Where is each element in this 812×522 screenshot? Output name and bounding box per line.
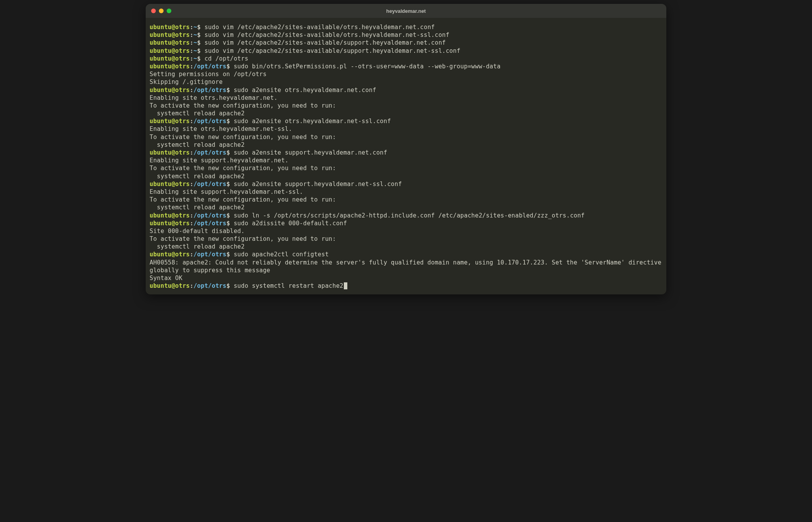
command-text: sudo bin/otrs.SetPermissions.pl --otrs-u… (233, 63, 500, 70)
command-text: sudo a2ensite support.heyvaldemar.net-ss… (233, 181, 402, 188)
prompt-path: /opt/otrs (193, 149, 227, 156)
terminal-output-line: systemctl reload apache2 (150, 204, 662, 211)
terminal-prompt-line: ubuntu@otrs:/opt/otrs$ sudo ln -s /opt/o… (150, 212, 662, 219)
prompt-symbol: $ (227, 87, 234, 94)
terminal-prompt-line: ubuntu@otrs:/opt/otrs$ sudo a2ensite otr… (150, 117, 662, 125)
output-text: systemctl reload apache2 (150, 141, 245, 148)
prompt-symbol: $ (227, 118, 234, 125)
command-text: cd /opt/otrs (204, 55, 248, 62)
prompt-symbol: $ (227, 251, 234, 258)
prompt-symbol: $ (227, 212, 234, 219)
traffic-lights (151, 9, 171, 13)
output-text: To activate the new configuration, you n… (150, 102, 336, 109)
terminal-output-line: To activate the new configuration, you n… (150, 196, 662, 204)
terminal-prompt-line: ubuntu@otrs:~$ sudo vim /etc/apache2/sit… (150, 47, 662, 55)
command-text: sudo systemctl restart apache2 (233, 282, 343, 289)
prompt-symbol: $ (227, 63, 234, 70)
prompt-path: ~ (193, 47, 197, 54)
titlebar: heyvaldemar.net (146, 4, 666, 18)
terminal-output-line: Site 000-default disabled. (150, 227, 662, 235)
output-text: systemctl reload apache2 (150, 204, 245, 211)
terminal-prompt-line: ubuntu@otrs:/opt/otrs$ sudo systemctl re… (150, 282, 662, 290)
prompt-symbol: $ (227, 220, 234, 227)
prompt-user: ubuntu@otrs (150, 118, 190, 125)
prompt-path: ~ (193, 31, 197, 38)
terminal-output-line: To activate the new configuration, you n… (150, 235, 662, 243)
command-text: sudo a2ensite otrs.heyvaldemar.net-ssl.c… (233, 118, 391, 125)
prompt-symbol: $ (227, 149, 234, 156)
prompt-path: /opt/otrs (193, 63, 227, 70)
terminal-prompt-line: ubuntu@otrs:~$ sudo vim /etc/apache2/sit… (150, 39, 662, 47)
prompt-path: /opt/otrs (193, 118, 227, 125)
command-text: sudo apache2ctl configtest (233, 251, 329, 258)
output-text: To activate the new configuration, you n… (150, 165, 336, 172)
terminal-prompt-line: ubuntu@otrs:/opt/otrs$ sudo a2ensite sup… (150, 180, 662, 188)
terminal-output-line: Enabling site otrs.heyvaldemar.net. (150, 94, 662, 102)
prompt-symbol: $ (227, 181, 234, 188)
prompt-user: ubuntu@otrs (150, 63, 190, 70)
terminal-output-line: Skipping /.gitignore (150, 78, 662, 86)
output-text: To activate the new configuration, you n… (150, 134, 336, 141)
command-text: sudo vim /etc/apache2/sites-available/su… (204, 47, 460, 54)
prompt-path: /opt/otrs (193, 251, 227, 258)
cursor-icon (344, 282, 347, 289)
terminal-output-line: Enabling site support.heyvaldemar.net. (150, 157, 662, 164)
command-text: sudo vim /etc/apache2/sites-available/ot… (204, 24, 435, 31)
terminal-prompt-line: ubuntu@otrs:/opt/otrs$ sudo apache2ctl c… (150, 251, 662, 258)
command-text: sudo a2dissite 000-default.conf (233, 220, 347, 227)
prompt-user: ubuntu@otrs (150, 220, 190, 227)
output-text: Enabling site support.heyvaldemar.net. (150, 157, 289, 164)
terminal-output-line: To activate the new configuration, you n… (150, 164, 662, 172)
window-title: heyvaldemar.net (386, 8, 426, 14)
prompt-path: /opt/otrs (193, 220, 227, 227)
prompt-user: ubuntu@otrs (150, 181, 190, 188)
minimize-icon[interactable] (159, 9, 164, 13)
terminal-prompt-line: ubuntu@otrs:~$ cd /opt/otrs (150, 55, 662, 63)
prompt-user: ubuntu@otrs (150, 24, 190, 31)
prompt-symbol: $ (197, 24, 204, 31)
terminal-output-line: systemctl reload apache2 (150, 243, 662, 251)
prompt-user: ubuntu@otrs (150, 87, 190, 94)
prompt-path: ~ (193, 55, 197, 62)
terminal-prompt-line: ubuntu@otrs:~$ sudo vim /etc/apache2/sit… (150, 23, 662, 31)
prompt-symbol: $ (197, 47, 204, 54)
output-text: Enabling site support.heyvaldemar.net-ss… (150, 188, 303, 195)
command-text: sudo ln -s /opt/otrs/scripts/apache2-htt… (233, 212, 584, 219)
terminal-prompt-line: ubuntu@otrs:/opt/otrs$ sudo bin/otrs.Set… (150, 63, 662, 70)
terminal-prompt-line: ubuntu@otrs:~$ sudo vim /etc/apache2/sit… (150, 31, 662, 39)
prompt-path: ~ (193, 39, 197, 46)
output-text: Site 000-default disabled. (150, 228, 245, 235)
prompt-user: ubuntu@otrs (150, 282, 190, 289)
prompt-user: ubuntu@otrs (150, 212, 190, 219)
output-text: Setting permissions on /opt/otrs (150, 71, 267, 78)
zoom-icon[interactable] (167, 9, 171, 13)
command-text: sudo vim /etc/apache2/sites-available/su… (204, 39, 446, 46)
prompt-path: /opt/otrs (193, 282, 227, 289)
close-icon[interactable] (151, 9, 156, 13)
output-text: systemctl reload apache2 (150, 243, 245, 250)
command-text: sudo a2ensite support.heyvaldemar.net.co… (233, 149, 387, 156)
terminal-output-line: To activate the new configuration, you n… (150, 102, 662, 110)
terminal-output-line: AH00558: apache2: Could not reliably det… (150, 259, 662, 274)
terminal-prompt-line: ubuntu@otrs:/opt/otrs$ sudo a2dissite 00… (150, 219, 662, 227)
terminal-output-line: systemctl reload apache2 (150, 141, 662, 149)
output-text: Enabling site otrs.heyvaldemar.net-ssl. (150, 125, 292, 132)
prompt-user: ubuntu@otrs (150, 251, 190, 258)
prompt-user: ubuntu@otrs (150, 39, 190, 46)
output-text: To activate the new configuration, you n… (150, 235, 336, 242)
terminal-prompt-line: ubuntu@otrs:/opt/otrs$ sudo a2ensite sup… (150, 149, 662, 157)
output-text: Skipping /.gitignore (150, 78, 223, 85)
output-text: Enabling site otrs.heyvaldemar.net. (150, 94, 277, 101)
prompt-symbol: $ (197, 39, 204, 46)
terminal-output-line: Enabling site otrs.heyvaldemar.net-ssl. (150, 125, 662, 133)
prompt-path: /opt/otrs (193, 181, 227, 188)
terminal-output[interactable]: ubuntu@otrs:~$ sudo vim /etc/apache2/sit… (146, 18, 666, 294)
output-text: systemctl reload apache2 (150, 110, 245, 117)
terminal-prompt-line: ubuntu@otrs:/opt/otrs$ sudo a2ensite otr… (150, 86, 662, 94)
terminal-window: heyvaldemar.net ubuntu@otrs:~$ sudo vim … (146, 4, 666, 294)
output-text: AH00558: apache2: Could not reliably det… (150, 259, 665, 274)
prompt-user: ubuntu@otrs (150, 149, 190, 156)
output-text: systemctl reload apache2 (150, 173, 245, 180)
terminal-output-line: To activate the new configuration, you n… (150, 133, 662, 141)
terminal-output-line: Syntax OK (150, 274, 662, 282)
